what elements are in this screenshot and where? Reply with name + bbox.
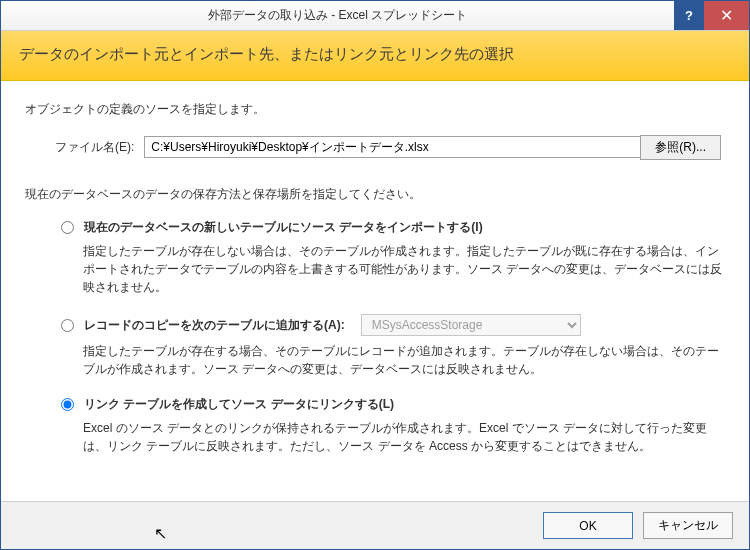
file-path-input[interactable] (144, 136, 665, 158)
cancel-button[interactable]: キャンセル (643, 512, 733, 539)
option-desc: 指定したテーブルが存在しない場合は、そのテーブルが作成されます。指定したテーブル… (83, 242, 725, 296)
close-button[interactable]: ✕ (704, 1, 749, 30)
ok-button[interactable]: OK (543, 512, 633, 539)
option-title: 現在のデータベースの新しいテーブルにソース データをインポートする(I) (84, 219, 483, 236)
radio-append[interactable] (61, 319, 74, 332)
window-title: 外部データの取り込み - Excel スプレッドシート (1, 7, 674, 24)
import-dialog: 外部データの取り込み - Excel スプレッドシート ? ✕ データのインポー… (0, 0, 750, 550)
option-title: リンク テーブルを作成してソース データにリンクする(L) (84, 396, 394, 413)
source-instruction: オブジェクトの定義のソースを指定します。 (25, 101, 725, 118)
radio-import-new[interactable] (61, 221, 74, 234)
radio-link[interactable] (61, 398, 74, 411)
window-controls: ? ✕ (674, 1, 749, 30)
option-desc: Excel のソース データとのリンクが保持されるテーブルが作成されます。Exc… (83, 419, 725, 455)
option-link: リンク テーブルを作成してソース データにリンクする(L) Excel のソース… (61, 396, 725, 455)
append-table-combo[interactable]: MSysAccessStorage (361, 314, 581, 336)
option-append: レコードのコピーを次のテーブルに追加する(A): MSysAccessStora… (61, 314, 725, 378)
storage-instruction: 現在のデータベースのデータの保存方法と保存場所を指定してください。 (25, 186, 725, 203)
titlebar: 外部データの取り込み - Excel スプレッドシート ? ✕ (1, 1, 749, 31)
option-import-new: 現在のデータベースの新しいテーブルにソース データをインポートする(I) 指定し… (61, 219, 725, 296)
dialog-content: オブジェクトの定義のソースを指定します。 ファイル名(E): 参照(R)... … (1, 81, 749, 501)
file-row: ファイル名(E): 参照(R)... (55, 136, 725, 158)
close-icon: ✕ (720, 6, 733, 25)
option-title: レコードのコピーを次のテーブルに追加する(A): (84, 317, 345, 334)
dialog-heading: データのインポート元とインポート先、またはリンク元とリンク先の選択 (1, 31, 749, 81)
file-label: ファイル名(E): (55, 139, 134, 156)
option-desc: 指定したテーブルが存在する場合、そのテーブルにレコードが追加されます。テーブルが… (83, 342, 725, 378)
help-button[interactable]: ? (674, 1, 704, 30)
import-options: 現在のデータベースの新しいテーブルにソース データをインポートする(I) 指定し… (61, 219, 725, 455)
browse-button[interactable]: 参照(R)... (640, 135, 721, 160)
dialog-footer: OK キャンセル (1, 501, 749, 549)
